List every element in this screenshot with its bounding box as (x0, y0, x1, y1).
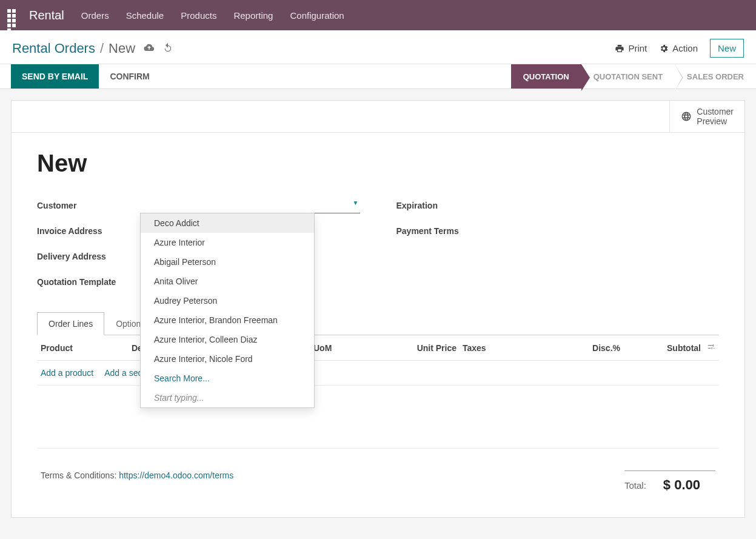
menu-item-reporting[interactable]: Reporting (233, 10, 273, 21)
add-product-link[interactable]: Add a product (41, 368, 93, 378)
customer-preview-button[interactable]: Customer Preview (669, 101, 744, 132)
order-lines-empty (37, 386, 719, 449)
order-lines-header: Product Description UoM Unit Price Taxes… (37, 335, 719, 361)
cloud-save-icon[interactable] (144, 43, 155, 54)
header-actions: Print Action New (615, 39, 744, 58)
gear-icon (659, 44, 669, 53)
customer-input[interactable] (140, 198, 360, 213)
dropdown-option[interactable]: Azure Interior, Colleen Diaz (141, 330, 314, 349)
status-steps: QUOTATION QUOTATION SENT SALES ORDER (511, 64, 756, 89)
delivery-address-label: Delivery Address (37, 252, 140, 261)
quotation-template-label: Quotation Template (37, 277, 140, 287)
th-uom: UoM (313, 343, 404, 353)
status-step-quotation-sent[interactable]: QUOTATION SENT (581, 64, 675, 89)
payment-terms-label: Payment Terms (396, 226, 500, 236)
breadcrumb-row: Rental Orders / New Print Action New (0, 30, 756, 64)
dropdown-option[interactable]: Audrey Peterson (141, 291, 314, 310)
breadcrumb-current: New (109, 41, 135, 56)
optional-columns-icon[interactable] (701, 343, 715, 353)
action-button[interactable]: Action (659, 43, 698, 53)
breadcrumb: Rental Orders / New (12, 41, 173, 56)
printer-icon (615, 44, 624, 53)
globe-icon (681, 111, 692, 122)
dropdown-start-typing[interactable]: Start typing... (141, 388, 314, 407)
top-nav: Rental Orders Schedule Products Reportin… (0, 0, 756, 30)
tab-order-lines[interactable]: Order Lines (37, 312, 104, 335)
status-step-sales-order[interactable]: SALES ORDER (675, 64, 756, 89)
th-unit-price: Unit Price (404, 343, 457, 353)
menu-item-schedule[interactable]: Schedule (126, 10, 164, 21)
customer-label: Customer (37, 201, 140, 210)
terms-and-conditions: Terms & Conditions: https://demo4.odoo.c… (41, 470, 233, 480)
dropdown-option[interactable]: Azure Interior, Brandon Freeman (141, 310, 314, 330)
new-record-button[interactable]: New (710, 39, 744, 58)
form-sheet: Customer Preview New Customer ▼ Deco Add… (11, 100, 745, 518)
customer-dropdown: Deco Addict Azure Interior Abigail Peter… (140, 213, 315, 408)
menu-item-configuration[interactable]: Configuration (290, 10, 344, 21)
status-bar: SEND BY EMAIL CONFIRM QUOTATION QUOTATIO… (0, 64, 756, 89)
total-amount: $ 0.00 (663, 477, 700, 493)
confirm-button[interactable]: CONFIRM (99, 64, 160, 89)
apps-grid-icon[interactable] (6, 8, 21, 22)
dropdown-option[interactable]: Azure Interior, Nicole Ford (141, 349, 314, 369)
status-step-quotation[interactable]: QUOTATION (511, 64, 581, 89)
dropdown-option[interactable]: Deco Addict (141, 213, 314, 233)
menu-item-orders[interactable]: Orders (81, 10, 109, 21)
order-lines-add-row: Add a product Add a section Add a note (37, 361, 719, 386)
th-subtotal: Subtotal (620, 343, 701, 353)
total-label: Total: (624, 480, 646, 490)
print-button[interactable]: Print (615, 43, 647, 53)
top-menu: Orders Schedule Products Reporting Confi… (81, 10, 344, 21)
dropdown-search-more[interactable]: Search More... (141, 369, 314, 388)
send-by-email-button[interactable]: SEND BY EMAIL (11, 64, 99, 89)
terms-link[interactable]: https://demo4.odoo.com/terms (119, 470, 233, 480)
page-title: New (37, 150, 719, 177)
th-product: Product (41, 343, 132, 353)
breadcrumb-link[interactable]: Rental Orders (12, 41, 95, 56)
invoice-address-label: Invoice Address (37, 226, 140, 236)
app-brand[interactable]: Rental (29, 8, 64, 22)
dropdown-option[interactable]: Anita Oliver (141, 272, 314, 291)
dropdown-option[interactable]: Abigail Peterson (141, 252, 314, 272)
dropdown-option[interactable]: Azure Interior (141, 233, 314, 252)
tabs: Order Lines Optional Products Other Info (37, 312, 719, 335)
discard-icon[interactable] (163, 42, 173, 55)
expiration-label: Expiration (396, 201, 500, 210)
total-line: Total: $ 0.00 (624, 470, 715, 493)
th-disc: Disc.% (578, 343, 620, 353)
th-taxes: Taxes (457, 343, 578, 353)
menu-item-products[interactable]: Products (181, 10, 216, 21)
breadcrumb-separator: / (100, 41, 104, 56)
